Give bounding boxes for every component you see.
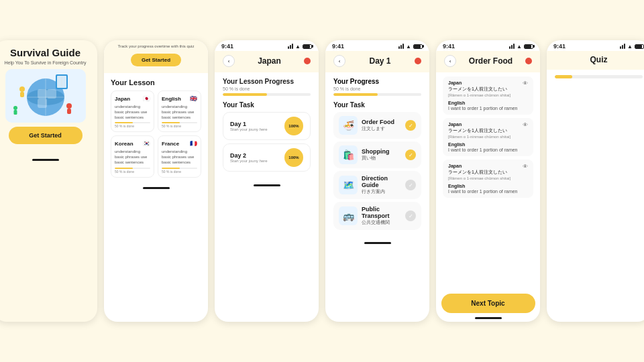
svg-rect-12 (47, 89, 56, 99)
task-info: Direction Guide 行き方案内 (362, 175, 401, 195)
task-shopping[interactable]: 🛍️ Shopping 買い物 ✓ (333, 141, 421, 168)
quiz-content (547, 70, 644, 89)
top-banner: Track your progress overtime with this q… (104, 40, 208, 73)
day-1-sub: Start your jouny here (230, 127, 268, 131)
check-icon-incomplete: ✓ (405, 180, 416, 190)
phone-order-food: 9:41 ▲ ‹ Order Food Japan ラーメンを1人前注文したい … (436, 40, 540, 322)
task-transport[interactable]: 🚌 Public Transport 公共交通機関 ✓ (333, 202, 421, 230)
status-time: 9:41 (443, 43, 455, 50)
home-indicator (143, 187, 170, 189)
signal-icon (398, 44, 404, 49)
status-icons: ▲ (620, 44, 644, 50)
korean-progress: 50 % is done (115, 170, 150, 174)
flag-korean: 🇰🇷 (142, 139, 150, 147)
wifi-icon: ▲ (517, 44, 522, 50)
eye-icon[interactable]: 👁 (523, 164, 528, 170)
page-header: ‹ Day 1 (325, 51, 429, 72)
japan-progress: 50 % is done (115, 124, 150, 128)
get-started-button-2[interactable]: Get Started (131, 54, 181, 66)
main-content: Your Progress 50 % is done Your Task 🍜 O… (325, 72, 429, 238)
page-title: Day 1 (369, 56, 390, 66)
app-subtitle: Help You To Survive in Foreign Country (3, 60, 88, 65)
day-2-name: Day 2 (230, 152, 268, 159)
lesson-card-japan[interactable]: Japan 🇯🇵 understanding basic phrases use… (111, 90, 154, 132)
svg-rect-11 (38, 89, 47, 99)
france-progress: 50 % is done (162, 170, 197, 174)
direction-icon: 🗺️ (339, 176, 358, 194)
status-icons: ▲ (509, 44, 533, 50)
day-2-badge: 100% (284, 148, 303, 167)
phrase-romanji-3: [Rāmen o 1-ninmae chūmon shitai] (448, 176, 511, 180)
lesson-grid: Japan 🇯🇵 understanding basic phrases use… (111, 90, 201, 178)
phrase-en-2: I want to order 1 portion of ramen (448, 147, 528, 152)
status-time: 9:41 (332, 43, 344, 50)
task-direction[interactable]: 🗺️ Direction Guide 行き方案内 ✓ (333, 171, 421, 199)
lesson-card-english[interactable]: English 🇬🇧 understanding basic phrases u… (158, 90, 201, 132)
country-indicator (415, 58, 421, 64)
transport-icon: 🚌 (339, 206, 358, 225)
wifi-icon: ▲ (627, 44, 633, 50)
status-bar: 9:41 ▲ (436, 40, 540, 51)
back-button[interactable]: ‹ (223, 55, 235, 67)
eye-icon[interactable]: 👁 (523, 80, 528, 86)
japan-desc: understanding basic phrases use basic se… (115, 105, 150, 120)
home-indicator (364, 242, 391, 244)
task-name-jp: 注文します (362, 125, 401, 132)
svg-point-7 (66, 103, 72, 109)
status-bar: 9:41 ▲ (325, 40, 429, 51)
flag-english: 🇬🇧 (189, 95, 197, 103)
phrase-romanji-2: [Rāmen o 1-ninmae chūmon shitai] (448, 135, 511, 139)
phrase-romanji-1: [Rāmen o 1-ninmae chūmon shitai] (448, 93, 511, 97)
lesson-progress-title: Your Lesson Progress (223, 78, 311, 85)
phrase-card-2: Japan ラーメンを1人前注文したい [Rāmen o 1-ninmae ch… (443, 118, 533, 156)
day-2-card[interactable]: Day 2 Start your jouny here 100% (223, 143, 311, 172)
your-progress-title: Your Progress (333, 78, 421, 85)
quiz-title: Quiz (590, 55, 608, 64)
quiz-header: Quiz (547, 51, 644, 70)
get-started-button[interactable]: Get Started (9, 127, 83, 144)
day-1-card[interactable]: Day 1 Start your jouny here 100% (223, 112, 311, 140)
next-topic-button[interactable]: Next Topic (441, 294, 535, 313)
english-desc: understanding basic phrases use basic se… (162, 105, 197, 120)
task-name-en: Shopping (362, 148, 401, 155)
check-icon-incomplete: ✓ (405, 210, 416, 221)
phone-day1: 9:41 ▲ ‹ Day 1 Your Progress 50 % is don… (325, 40, 429, 322)
phrase-lang-en: English (448, 184, 528, 188)
wifi-icon: ▲ (295, 44, 301, 50)
battery-icon (635, 44, 644, 49)
phrase-lang-en: English (448, 142, 528, 147)
progress-fill (333, 93, 378, 96)
lesson-card-korean[interactable]: Korean 🇰🇷 understanding basic phrases us… (111, 135, 154, 177)
task-order-food[interactable]: 🍜 Order Food 注文します ✓ (333, 112, 421, 139)
app-title: Survival Guide (3, 47, 88, 59)
page-header: ‹ Japan (215, 51, 319, 72)
phone-survival-guide: Survival Guide Help You To Survive in Fo… (0, 40, 97, 322)
svg-point-5 (19, 86, 25, 92)
country-indicator (304, 58, 311, 64)
lang-japan: Japan (115, 96, 130, 102)
back-button[interactable]: ‹ (444, 55, 456, 67)
battery-icon (303, 44, 312, 49)
lesson-card-france[interactable]: France 🇫🇷 understanding basic phrases us… (158, 135, 201, 177)
country-indicator (525, 58, 532, 64)
phrase-en-1: I want to order 1 portion of ramen (448, 106, 528, 111)
status-time: 9:41 (553, 43, 566, 50)
phrase-card-1: Japan ラーメンを1人前注文したい [Rāmen o 1-ninmae ch… (443, 76, 533, 115)
home-indicator (254, 184, 280, 186)
order-food-icon: 🍜 (339, 116, 358, 135)
page-title: Order Food (469, 56, 513, 66)
status-icons: ▲ (398, 44, 423, 50)
signal-icon (288, 44, 293, 49)
phrase-en-3: I want to order 1 portion of ramen (448, 189, 528, 194)
status-bar: 9:41 ▲ (215, 40, 319, 51)
progress-bar-fill (223, 93, 267, 96)
phrase-lang-japan: Japan (448, 80, 511, 85)
back-button[interactable]: ‹ (333, 55, 345, 67)
task-name-en: Public Transport (362, 206, 401, 219)
eye-icon[interactable]: 👁 (523, 122, 528, 128)
svg-point-9 (13, 106, 17, 110)
lesson-section: Your Lesson Japan 🇯🇵 understanding basic… (104, 73, 208, 183)
your-lesson-title: Your Lesson (111, 78, 201, 86)
status-bar: 9:41 ▲ (547, 40, 644, 51)
home-indicator (32, 159, 59, 161)
